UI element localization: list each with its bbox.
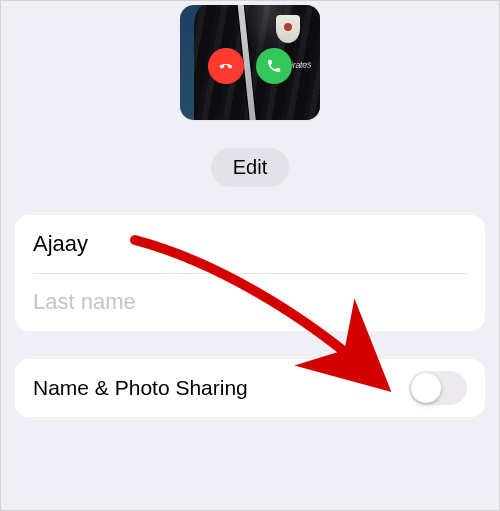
first-name-field[interactable]: Ajaay bbox=[33, 231, 467, 257]
phone-down-icon bbox=[218, 58, 234, 74]
phone-icon bbox=[266, 58, 282, 74]
sharing-label: Name & Photo Sharing bbox=[33, 376, 409, 400]
name-photo-sharing-toggle[interactable] bbox=[409, 371, 467, 405]
accept-call-button bbox=[256, 48, 292, 84]
name-section: Ajaay Last name bbox=[15, 215, 485, 331]
contact-poster-preview[interactable]: Emirates bbox=[180, 5, 320, 120]
last-name-field[interactable]: Last name bbox=[33, 289, 467, 315]
decline-call-button bbox=[208, 48, 244, 84]
edit-button[interactable]: Edit bbox=[211, 148, 289, 187]
sharing-section: Name & Photo Sharing bbox=[15, 359, 485, 417]
toggle-knob bbox=[411, 373, 441, 403]
